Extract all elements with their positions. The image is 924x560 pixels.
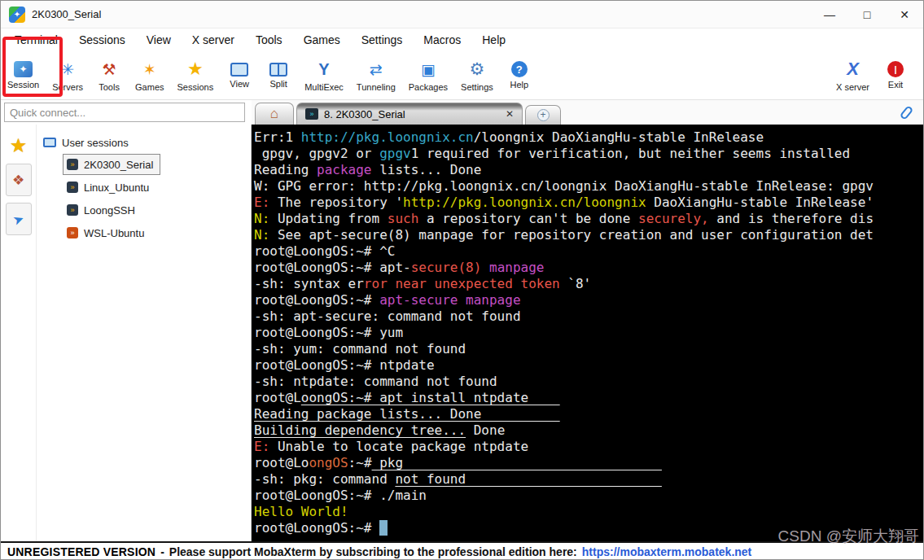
menu-item-macros[interactable]: Macros <box>413 29 471 50</box>
menu-item-games[interactable]: Games <box>293 29 351 50</box>
split-icon <box>269 63 287 77</box>
servers-icon: ✳ <box>61 59 74 80</box>
menu-item-terminal[interactable]: Terminal <box>4 29 68 50</box>
terminal[interactable]: Err:1 http://pkg.loongnix.cn/loongnix Da… <box>252 125 923 541</box>
session-terminal-icon: » <box>67 227 78 238</box>
toolbar-button-exit[interactable]: |Exit <box>876 56 915 94</box>
toolbar-button-x-server[interactable]: XX server <box>830 56 876 94</box>
terminal-line: root@LoongOS:~# apt-secure manpage <box>254 292 923 308</box>
menu-item-settings[interactable]: Settings <box>351 29 414 50</box>
toolbar-button-multiexec[interactable]: YMultiExec <box>298 56 350 94</box>
toolbar-button-tunneling[interactable]: ⇄Tunneling <box>350 56 402 94</box>
tab-label: 8. 2K0300_Serial <box>324 108 405 120</box>
sidebar-sessions-view-button[interactable]: ❖ <box>6 164 32 196</box>
home-tab[interactable]: ⌂ <box>255 103 294 125</box>
mobaxterm-window: ✦ 2K0300_Serial — □ ✕ TerminalSessionsVi… <box>0 0 924 560</box>
session-list: »2K0300_Serial»Linux_Ubuntu»LoongSSH»WSL… <box>43 154 251 243</box>
terminal-line: root@LoongOS:~# apt-secure(8) manpage <box>254 260 923 276</box>
terminal-line: Hello World! <box>254 504 923 520</box>
menu-item-tools[interactable]: Tools <box>245 29 293 50</box>
plus-icon: + <box>537 109 550 121</box>
terminal-line: E: The repository 'http://pkg.loongnix.c… <box>254 195 923 211</box>
terminal-line: -sh: ntpdate: command not found <box>254 374 923 390</box>
tree-root-user-sessions[interactable]: User sessions <box>43 133 251 152</box>
toolbar-button-games[interactable]: ✶Games <box>129 56 170 94</box>
session-terminal-icon: » <box>67 204 78 216</box>
paperclip-icon[interactable] <box>900 105 914 120</box>
toolbar-label: Tunneling <box>357 82 396 92</box>
terminal-line: root@LoongOS:~# ntpdate <box>254 357 923 374</box>
toolbar-button-split[interactable]: Split <box>259 56 298 94</box>
sidebar-item-2k0300-serial[interactable]: »2K0300_Serial <box>63 154 160 175</box>
favorites-star-icon[interactable]: ★ <box>10 134 28 157</box>
view-icon <box>230 63 248 77</box>
terminal-line: E: Unable to locate package ntpdate <box>254 439 923 455</box>
tunneling-icon: ⇄ <box>370 59 383 80</box>
session-terminal-icon: » <box>67 182 78 193</box>
sidebar: ★ ❖ ➤ User sessions »2K0300_Serial»Linux… <box>1 125 252 541</box>
terminal-tab-icon: » <box>305 108 318 120</box>
tab-2k0300-serial[interactable]: » 8. 2K0300_Serial ✕ <box>296 103 523 125</box>
toolbar-button-packages[interactable]: ▣Packages <box>402 56 454 94</box>
new-tab-button[interactable]: + <box>525 105 561 125</box>
menu-item-sessions[interactable]: Sessions <box>68 29 136 50</box>
menu-item-help[interactable]: Help <box>471 29 516 50</box>
toolbar: ✦Session✳Servers⚒Tools✶Games★SessionsVie… <box>1 51 923 100</box>
mobatek-link[interactable]: https://mobaxterm.mobatek.net <box>582 545 751 558</box>
sidebar-item-loongssh[interactable]: »LoongSSH <box>63 199 142 221</box>
tab-close-icon[interactable]: ✕ <box>493 108 514 120</box>
computer-icon <box>43 138 56 147</box>
remote-session-icon: ❖ <box>12 172 24 189</box>
toolbar-label: Games <box>135 82 164 92</box>
main-area: ★ ❖ ➤ User sessions »2K0300_Serial»Linux… <box>1 125 923 541</box>
tab-bar: ⌂ » 8. 2K0300_Serial ✕ + <box>252 100 923 125</box>
games-icon: ✶ <box>143 59 156 80</box>
toolbar-label: View <box>230 79 249 89</box>
sidebar-item-linux-ubuntu[interactable]: »Linux_Ubuntu <box>63 177 156 198</box>
tools-icon: ⚒ <box>103 59 116 80</box>
toolbar-button-servers[interactable]: ✳Servers <box>46 56 90 94</box>
quick-connect-input[interactable] <box>4 103 245 122</box>
close-button[interactable]: ✕ <box>886 1 923 28</box>
terminal-cursor <box>379 520 388 536</box>
terminal-line: root@LoongOS:~# pkg <box>254 455 923 471</box>
session-label: WSL-Ubuntu <box>84 227 144 239</box>
menu-item-x-server[interactable]: X server <box>182 29 245 50</box>
unregistered-version-label: UNREGISTERED VERSION <box>7 545 155 558</box>
sidebar-macros-view-button[interactable]: ➤ <box>6 203 32 235</box>
sessions-tree: User sessions »2K0300_Serial»Linux_Ubunt… <box>37 125 251 541</box>
terminal-line: root@LoongOS:~# yum <box>254 325 923 341</box>
toolbar-button-view[interactable]: View <box>220 56 259 94</box>
xserver-icon: X <box>847 59 859 80</box>
toolbar-label: Packages <box>409 82 448 92</box>
toolbar-button-settings[interactable]: ⚙Settings <box>454 56 500 94</box>
menu-bar: TerminalSessionsViewX serverToolsGamesSe… <box>1 28 923 51</box>
terminal-line: root@LoongOS:~# ./main <box>254 488 923 504</box>
maximize-button[interactable]: □ <box>848 1 886 28</box>
packages-icon: ▣ <box>421 59 436 80</box>
toolbar-button-sessions[interactable]: ★Sessions <box>171 56 221 94</box>
toolbar-button-tools[interactable]: ⚒Tools <box>90 56 129 94</box>
terminal-line: Building dependency tree... Done <box>254 422 923 439</box>
toolbar-button-session[interactable]: ✦Session <box>1 56 46 94</box>
toolbar-label: Tools <box>99 82 120 92</box>
toolbar-button-help[interactable]: ?Help <box>500 56 539 94</box>
session-label: Linux_Ubuntu <box>84 182 149 194</box>
terminal-line: -sh: yum: command not found <box>254 341 923 357</box>
toolbar-left-group: ✦Session✳Servers⚒Tools✶Games★SessionsVie… <box>1 56 539 94</box>
session-label: 2K0300_Serial <box>84 159 153 171</box>
session-terminal-icon: » <box>67 159 78 170</box>
sidebar-icon-strip: ★ ❖ ➤ <box>1 125 37 541</box>
sidebar-item-wsl-ubuntu[interactable]: »WSL-Ubuntu <box>63 222 151 243</box>
minimize-button[interactable]: — <box>811 1 848 28</box>
toolbar-label: Servers <box>52 82 83 92</box>
toolbar-right-group: XX server|Exit <box>830 56 915 94</box>
toolbar-label: Sessions <box>177 82 214 92</box>
terminal-line: Err:1 http://pkg.loongnix.cn/loongnix Da… <box>254 129 923 146</box>
terminal-line: root@LoongOS:~# apt install ntpdate <box>254 390 923 406</box>
help-icon: ? <box>511 61 528 77</box>
menu-item-view[interactable]: View <box>136 29 182 50</box>
toolbar-label: MultiExec <box>304 82 344 92</box>
session-icon: ✦ <box>14 61 33 77</box>
sessions-star-icon: ★ <box>187 59 204 80</box>
